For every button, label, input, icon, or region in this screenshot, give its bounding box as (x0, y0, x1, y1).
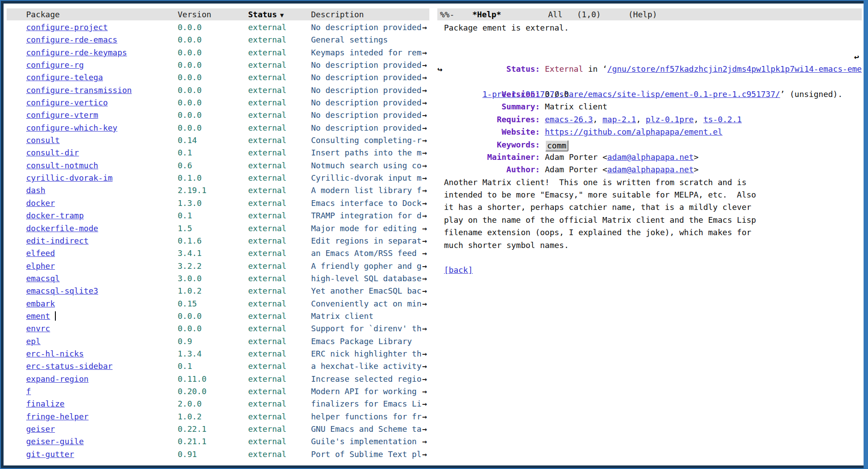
package-link[interactable]: cyrillic-dvorak-im (26, 172, 113, 184)
package-version: 0.14 (178, 134, 197, 147)
package-link[interactable]: edit-indirect (26, 235, 89, 247)
package-link[interactable]: emacsql (26, 272, 60, 285)
help-description-line: Another Matrix client! This one is writt… (437, 176, 862, 189)
package-link[interactable]: embark (26, 298, 55, 310)
package-link[interactable]: erc-hl-nicks (26, 348, 84, 360)
package-row: elpher3.2.2externalA friendly gopher and… (7, 260, 429, 272)
package-version: 0.6 (178, 159, 192, 172)
package-row: configure-transmission0.0.0externalNo de… (7, 84, 429, 97)
package-link[interactable]: configure-telega (26, 71, 103, 84)
package-link[interactable]: ement (26, 310, 56, 322)
package-link[interactable]: configure-rde-keymaps (26, 47, 127, 59)
package-link[interactable]: consult (26, 134, 60, 147)
package-link[interactable]: geiser (26, 423, 55, 435)
package-link[interactable]: erc-status-sidebar (26, 360, 113, 372)
package-version: 0.21.1 (178, 435, 206, 448)
package-link[interactable]: finalize (26, 398, 65, 410)
package-link[interactable]: configure-vertico (26, 97, 108, 109)
package-link[interactable]: emacsql-sqlite3 (26, 285, 98, 297)
package-status: external (248, 272, 287, 285)
package-description: Edit regions in separat (311, 235, 423, 247)
package-status: external (248, 360, 287, 372)
package-version: 1.0.2 (178, 411, 202, 423)
truncation-arrow-icon: → (422, 159, 427, 172)
package-link[interactable]: configure-project (26, 21, 108, 34)
package-status: external (248, 322, 287, 335)
truncation-arrow-icon: → (422, 84, 427, 97)
package-link[interactable]: dash (26, 184, 45, 197)
package-link[interactable]: dockerfile-mode (26, 222, 98, 235)
help-description-line: intended to be more "Emacsy," more suita… (437, 189, 862, 201)
package-row: emacsql-sqlite31.0.2externalYet another … (7, 285, 429, 297)
package-link[interactable]: configure-which-key (26, 122, 117, 134)
package-link[interactable]: geiser-guile (26, 435, 84, 448)
package-link[interactable]: fringe-helper (26, 411, 89, 423)
package-link[interactable]: configure-rde-emacs (26, 34, 117, 46)
package-status: external (248, 398, 287, 410)
package-version: 1.5 (178, 222, 192, 235)
package-row: emacsql3.0.0externalhigh-level SQL datab… (7, 272, 429, 285)
help-website-line: Website:https://github.com/alphapapa/eme… (437, 113, 862, 126)
truncation-arrow-icon: → (422, 272, 427, 285)
package-row: consult-dir0.1externalInsert paths into … (7, 147, 429, 159)
package-status: external (248, 71, 287, 84)
package-row: embark0.15externalConveniently act on mi… (7, 298, 429, 310)
package-link[interactable]: configure-transmission (26, 84, 132, 97)
package-row: geiser0.22.1externalGNU Emacs and Scheme… (7, 423, 429, 435)
package-link[interactable]: consult-dir (26, 147, 79, 159)
package-status: external (248, 247, 287, 260)
package-link[interactable]: envrc (26, 322, 50, 335)
package-link[interactable]: consult-notmuch (26, 159, 98, 172)
package-version: 3.4.1 (178, 247, 202, 260)
package-description: a hexchat-like activity (311, 360, 423, 372)
package-link[interactable]: configure-vterm (26, 109, 98, 121)
help-mode-line: %%- *Help* All (1,0) (Help) (437, 8, 862, 20)
package-status: external (248, 184, 287, 197)
line-wrap-left-icon: ↪ (437, 63, 442, 75)
package-description: No description provided (311, 97, 423, 109)
package-description: Increase selected regio (311, 373, 423, 385)
truncation-arrow-icon: → (422, 21, 427, 34)
package-row: configure-project0.0.0externalNo descrip… (7, 21, 429, 34)
package-status: external (248, 260, 287, 272)
help-maintainer-line: Maintainer:Adam Porter <adam@alphapapa.n… (437, 139, 862, 151)
package-description: Emacs Package Library (311, 335, 423, 348)
package-list-header: Package Version Status▼ Description (7, 8, 429, 20)
help-window: %%- *Help* All (1,0) (Help) Package emen… (437, 5, 862, 462)
package-link[interactable]: git-gutter (26, 448, 74, 461)
help-description-line: play on the name of the official Matrix … (437, 214, 862, 226)
package-row: configure-rde-emacs0.0.0externalGeneral … (7, 34, 429, 46)
package-description: helper functions for fr (311, 411, 423, 423)
package-status: external (248, 97, 287, 109)
package-link[interactable]: configure-rg (26, 59, 84, 71)
truncation-arrow-icon: → (422, 360, 427, 372)
package-row: docker-tramp0.1externalTRAMP integration… (7, 209, 429, 222)
package-description: Modern API for working (311, 385, 423, 398)
package-description: General settings (311, 34, 423, 46)
truncation-arrow-icon: → (422, 209, 427, 222)
package-link[interactable]: f (26, 385, 31, 398)
package-version: 1.3.4 (178, 348, 202, 360)
package-version: 2.19.1 (178, 184, 206, 197)
package-version: 1.3.0 (178, 197, 202, 209)
back-link[interactable]: [back] (444, 265, 473, 275)
package-description: A friendly gopher and g (311, 260, 423, 272)
column-header-package[interactable]: Package (26, 8, 60, 20)
package-status: external (248, 172, 287, 184)
package-description: Port of Sublime Text pl (311, 448, 423, 461)
package-version: 0.1 (178, 360, 192, 372)
package-link[interactable]: epl (26, 335, 41, 348)
package-link[interactable]: expand-region (26, 373, 89, 385)
package-link[interactable]: docker-tramp (26, 209, 84, 222)
package-status: external (248, 385, 287, 398)
package-version: 2.0.0 (178, 398, 202, 410)
emacs-frame: Package Version Status▼ Description conf… (0, 0, 868, 469)
column-header-status[interactable]: Status▼ (248, 8, 284, 21)
help-back-line: [back] (437, 264, 862, 276)
column-header-version[interactable]: Version (178, 8, 211, 20)
package-link[interactable]: docker (26, 197, 55, 209)
package-description: an Emacs Atom/RSS feed (311, 247, 423, 260)
package-link[interactable]: elpher (26, 260, 55, 272)
package-link[interactable]: elfeed (26, 247, 55, 260)
column-header-description[interactable]: Description (311, 8, 423, 20)
